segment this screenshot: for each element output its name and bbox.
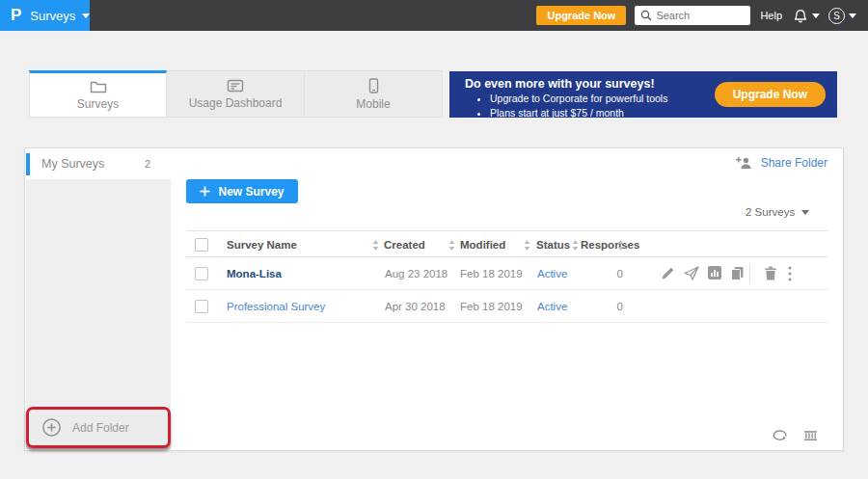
- tab-mobile[interactable]: Mobile: [305, 70, 443, 118]
- reports-chart-icon[interactable]: [708, 266, 721, 279]
- upgrade-banner: Do even more with your surveys! Upgrade …: [449, 71, 837, 118]
- copy-icon[interactable]: [730, 266, 745, 280]
- search-box[interactable]: [635, 6, 750, 25]
- kebab-menu-icon[interactable]: [788, 266, 792, 281]
- add-folder-button[interactable]: Add Folder: [26, 407, 171, 448]
- banner-upgrade-button[interactable]: Upgrade Now: [715, 82, 826, 107]
- new-survey-button[interactable]: New Survey: [186, 179, 298, 203]
- plus-icon: [200, 186, 210, 197]
- status-badge[interactable]: Active: [537, 301, 567, 312]
- tab-label: Mobile: [356, 97, 390, 111]
- surveys-table: Survey Name Created Modified Status Resp…: [186, 230, 828, 323]
- created-date: Aug 23 2018: [385, 268, 448, 279]
- column-header-survey-name[interactable]: Survey Name: [227, 239, 297, 251]
- table-row: Professional Survey Apr 30 2018 Feb 18 2…: [186, 290, 828, 323]
- tab-label: Usage Dashboard: [189, 96, 283, 110]
- actions-divider: [749, 264, 750, 283]
- survey-count-label: 2 Surveys: [746, 206, 795, 218]
- tab-label: Surveys: [77, 97, 119, 111]
- add-folder-label: Add Folder: [72, 421, 129, 435]
- modified-date: Feb 18 2019: [460, 301, 523, 312]
- banner-bullet: Plans start at just $75 / month: [490, 106, 837, 120]
- new-survey-label: New Survey: [218, 185, 284, 199]
- search-input[interactable]: [656, 10, 745, 21]
- topbar-right: Upgrade Now Help S: [536, 6, 868, 25]
- topbar: P Surveys Upgrade Now Help S: [0, 0, 868, 31]
- app-menu-label: Surveys: [30, 9, 75, 23]
- edit-pencil-icon[interactable]: [661, 266, 675, 280]
- sort-icon[interactable]: [617, 240, 624, 251]
- send-paper-plane-icon[interactable]: [684, 266, 699, 280]
- column-header-modified[interactable]: Modified: [460, 239, 505, 251]
- archive-bank-icon[interactable]: [803, 428, 818, 441]
- column-header-created[interactable]: Created: [384, 239, 425, 251]
- selected-folder-accent: [26, 153, 30, 175]
- dashboard-icon: [227, 79, 244, 93]
- sort-icon[interactable]: [372, 240, 379, 251]
- survey-count-dropdown[interactable]: 2 Surveys: [746, 206, 809, 218]
- status-badge[interactable]: Active: [537, 268, 567, 279]
- tab-surveys[interactable]: Surveys: [29, 70, 167, 118]
- modified-date: Feb 18 2019: [460, 268, 523, 279]
- column-header-responses[interactable]: Responses: [581, 239, 639, 251]
- restore-icon[interactable]: [773, 428, 789, 440]
- person-add-icon: [734, 156, 752, 170]
- help-link[interactable]: Help: [760, 10, 782, 21]
- chevron-down-icon: [801, 210, 809, 215]
- select-all-checkbox[interactable]: [195, 238, 208, 252]
- surveys-panel: My Surveys 2 Share Folder Add Folder New…: [24, 147, 844, 451]
- created-date: Apr 30 2018: [385, 301, 446, 312]
- chevron-down-icon: [849, 13, 856, 18]
- column-header-status[interactable]: Status: [536, 239, 570, 251]
- share-folder-link[interactable]: Share Folder: [734, 156, 827, 170]
- sort-icon[interactable]: [524, 240, 530, 251]
- responses-count: 0: [608, 301, 623, 312]
- tab-bar: Surveys Usage Dashboard Mobile: [29, 70, 443, 118]
- delete-trash-icon[interactable]: [764, 266, 777, 280]
- share-folder-label: Share Folder: [761, 156, 827, 170]
- survey-name-link[interactable]: Professional Survey: [227, 301, 325, 312]
- table-header-row: Survey Name Created Modified Status Resp…: [186, 230, 828, 257]
- proprofs-logo-icon: P: [11, 6, 21, 25]
- account-dropdown[interactable]: S: [828, 8, 856, 24]
- responses-count: 0: [608, 268, 623, 279]
- sort-icon[interactable]: [448, 240, 455, 251]
- folder-icon: [90, 80, 107, 93]
- folder-count-badge: 2: [145, 158, 150, 170]
- tab-usage-dashboard[interactable]: Usage Dashboard: [167, 70, 305, 118]
- upgrade-now-button[interactable]: Upgrade Now: [536, 6, 626, 25]
- chevron-down-icon: [82, 13, 90, 18]
- chevron-down-icon: [812, 13, 820, 18]
- table-row: Mona-Lisa Aug 23 2018 Feb 18 2019 Active…: [186, 257, 828, 290]
- mobile-icon: [368, 78, 379, 93]
- row-checkbox[interactable]: [195, 300, 208, 313]
- sidebar-item-my-surveys[interactable]: My Surveys: [41, 157, 104, 171]
- app-switcher[interactable]: P Surveys: [0, 0, 90, 31]
- plus-circle-icon: [41, 417, 62, 438]
- notifications-dropdown[interactable]: [793, 9, 820, 23]
- bell-icon: [793, 9, 808, 23]
- avatar: S: [828, 8, 845, 24]
- search-icon: [640, 10, 652, 21]
- survey-name-link[interactable]: Mona-Lisa: [227, 268, 282, 279]
- row-checkbox[interactable]: [195, 267, 208, 280]
- sort-icon[interactable]: [572, 240, 579, 251]
